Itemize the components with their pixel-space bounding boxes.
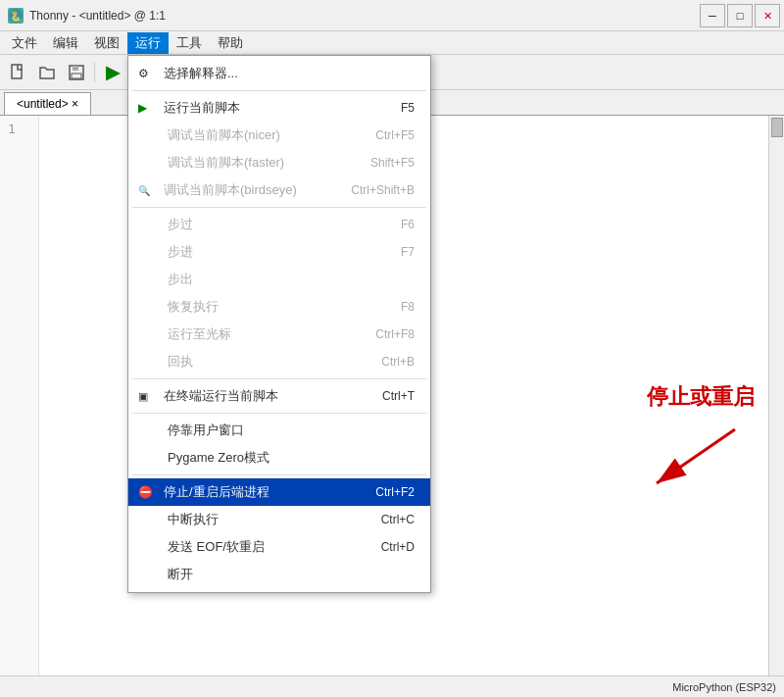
svg-text:🐍: 🐍 xyxy=(10,10,23,23)
pygame-zero-label: Pygame Zero模式 xyxy=(164,449,415,467)
run-menu-dropdown: ⚙ 选择解释器... ▶ 运行当前脚本 F5 调试当前脚本(nicer) Ctr… xyxy=(127,55,431,593)
run-icon: ▶ xyxy=(138,101,147,115)
menu-step-out[interactable]: 步出 xyxy=(128,266,430,293)
line-numbers: 1 xyxy=(0,116,39,694)
interrupt-label: 中断执行 xyxy=(164,511,358,528)
status-text: MicroPython (ESP32) xyxy=(672,681,776,693)
app-icon: 🐍 xyxy=(8,8,24,24)
step-into-shortcut: F7 xyxy=(401,245,415,259)
menu-debug-birdseye[interactable]: 🔍 调试当前脚本(birdseye) Ctrl+Shift+B xyxy=(128,176,430,204)
dock-window-label: 停靠用户窗口 xyxy=(164,422,415,439)
run-button[interactable]: ▶ xyxy=(99,59,126,86)
sep-1 xyxy=(132,90,426,91)
menu-step-over[interactable]: 步过 F6 xyxy=(128,211,430,238)
menu-tools[interactable]: 工具 xyxy=(169,32,210,54)
resume-label: 恢复执行 xyxy=(164,298,377,316)
interrupt-shortcut: Ctrl+C xyxy=(381,513,415,526)
run-to-cursor-shortcut: Ctrl+F8 xyxy=(375,327,415,341)
new-button[interactable] xyxy=(4,59,31,86)
window-controls: ─ □ ✕ xyxy=(700,4,780,27)
step-into-label: 步进 xyxy=(164,243,377,261)
window-title: Thonny - <untitled> @ 1:1 xyxy=(29,9,166,23)
sep-4 xyxy=(132,413,426,414)
open-button[interactable] xyxy=(33,59,61,86)
send-eof-label: 发送 EOF/软重启 xyxy=(164,538,358,556)
debug-faster-shortcut: Shift+F5 xyxy=(370,156,415,170)
stop-restart-shortcut: Ctrl+F2 xyxy=(375,485,415,499)
close-button[interactable]: ✕ xyxy=(755,4,780,27)
annotation-area: 停止或重启 xyxy=(637,382,755,498)
title-bar: 🐍 Thonny - <untitled> @ 1:1 ─ □ ✕ xyxy=(0,0,784,31)
terminal-icon: ▣ xyxy=(138,390,148,403)
disconnect-label: 断开 xyxy=(164,566,415,583)
menu-pygame-zero[interactable]: Pygame Zero模式 xyxy=(128,444,430,472)
return-label: 回执 xyxy=(164,353,358,371)
stop-icon: ⛔ xyxy=(138,485,153,499)
run-terminal-shortcut: Ctrl+T xyxy=(382,389,415,403)
menu-dock-window[interactable]: 停靠用户窗口 xyxy=(128,417,430,444)
maximize-button[interactable]: □ xyxy=(727,4,753,27)
step-over-label: 步过 xyxy=(164,216,377,233)
status-bar: MicroPython (ESP32) xyxy=(0,675,784,697)
step-out-label: 步出 xyxy=(164,271,415,288)
menu-interrupt[interactable]: 中断执行 Ctrl+C xyxy=(128,506,430,533)
gear-icon: ⚙ xyxy=(138,67,149,80)
resume-shortcut: F8 xyxy=(401,300,415,314)
sep-2 xyxy=(132,207,426,208)
run-to-cursor-label: 运行至光标 xyxy=(164,325,352,343)
menu-send-eof[interactable]: 发送 EOF/软重启 Ctrl+D xyxy=(128,533,430,561)
send-eof-shortcut: Ctrl+D xyxy=(381,540,415,554)
menu-return[interactable]: 回执 Ctrl+B xyxy=(128,348,430,375)
menu-stop-restart[interactable]: ⛔ 停止/重启后端进程 Ctrl+F2 xyxy=(128,478,430,506)
birdseye-icon: 🔍 xyxy=(138,185,150,196)
stop-restart-label: 停止/重启后端进程 xyxy=(164,483,352,501)
svg-rect-5 xyxy=(72,74,81,78)
annotation-arrow xyxy=(637,420,755,498)
editor-scrollbar[interactable] xyxy=(768,116,784,694)
sep-5 xyxy=(132,474,426,475)
run-terminal-label: 在终端运行当前脚本 xyxy=(164,387,359,405)
run-script-label: 运行当前脚本 xyxy=(164,99,377,117)
debug-nicer-label: 调试当前脚本(nicer) xyxy=(164,126,352,144)
svg-line-7 xyxy=(657,429,735,483)
run-menu: ⚙ 选择解释器... ▶ 运行当前脚本 F5 调试当前脚本(nicer) Ctr… xyxy=(127,55,431,593)
editor-tab-untitled[interactable]: <untitled> × xyxy=(4,92,91,115)
minimize-button[interactable]: ─ xyxy=(700,4,725,27)
debug-nicer-shortcut: Ctrl+F5 xyxy=(375,128,415,142)
menu-file[interactable]: 文件 xyxy=(4,32,45,54)
annotation-text: 停止或重启 xyxy=(637,382,755,412)
run-script-shortcut: F5 xyxy=(401,101,415,115)
menu-edit[interactable]: 编辑 xyxy=(45,32,86,54)
menu-disconnect[interactable]: 断开 xyxy=(128,561,430,588)
debug-faster-label: 调试当前脚本(faster) xyxy=(164,154,347,172)
menu-debug-faster[interactable]: 调试当前脚本(faster) Shift+F5 xyxy=(128,149,430,176)
menu-bar: 文件 编辑 视图 运行 工具 帮助 xyxy=(0,31,784,55)
menu-run-terminal[interactable]: ▣ 在终端运行当前脚本 Ctrl+T xyxy=(128,382,430,410)
menu-select-interpreter[interactable]: ⚙ 选择解释器... xyxy=(128,60,430,87)
menu-resume[interactable]: 恢复执行 F8 xyxy=(128,293,430,321)
save-button[interactable] xyxy=(63,59,90,86)
step-over-shortcut: F6 xyxy=(401,218,415,231)
menu-run-script[interactable]: ▶ 运行当前脚本 F5 xyxy=(128,94,430,122)
editor-scrollbar-thumb[interactable] xyxy=(771,118,783,137)
menu-help[interactable]: 帮助 xyxy=(210,32,251,54)
line-number: 1 xyxy=(8,120,34,139)
menu-run-to-cursor[interactable]: 运行至光标 Ctrl+F8 xyxy=(128,321,430,348)
svg-rect-2 xyxy=(12,65,22,78)
select-interpreter-label: 选择解释器... xyxy=(164,65,415,82)
menu-debug-nicer[interactable]: 调试当前脚本(nicer) Ctrl+F5 xyxy=(128,122,430,149)
svg-rect-4 xyxy=(73,66,78,71)
sep-3 xyxy=(132,378,426,379)
return-shortcut: Ctrl+B xyxy=(381,355,415,369)
debug-birdseye-shortcut: Ctrl+Shift+B xyxy=(351,183,415,197)
menu-step-into[interactable]: 步进 F7 xyxy=(128,238,430,266)
menu-view[interactable]: 视图 xyxy=(86,32,127,54)
menu-run[interactable]: 运行 xyxy=(127,32,169,54)
debug-birdseye-label: 调试当前脚本(birdseye) xyxy=(164,181,327,199)
toolbar-sep-1 xyxy=(94,63,95,82)
